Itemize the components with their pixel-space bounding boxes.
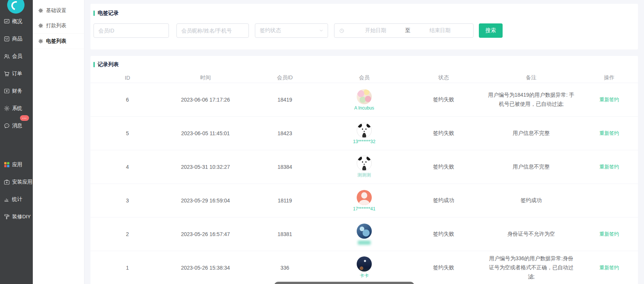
member-name-link[interactable]: 17*******41 [353,206,375,211]
cell-time: 2023-05-31 10:32:27 [164,164,247,170]
sidebar-item-label: 安装应用 [12,179,32,185]
gear-icon [38,8,43,13]
cell-member-id: 18119 [247,198,323,204]
cell-id: 5 [90,130,164,136]
cell-status: 签约失败 [405,231,482,238]
resign-action-link[interactable]: 重新签约 [600,265,619,270]
sidebar-item-label: 商品 [12,36,22,42]
cell-member-id: 18381 [247,231,323,237]
sidebar-item-goods[interactable]: 商品 [0,30,33,48]
member-name-link[interactable]: 13*******32 [353,139,375,144]
sidebar-app-group: 应用安装应用统计装修DIY [0,156,33,225]
table-row: 52023-06-05 11:45:011842313*******32签约失败… [90,117,638,150]
submenu-item-label: 基础设置 [46,7,66,14]
title-accent-bar [94,62,95,67]
sidebar-item-label: 财务 [12,88,22,94]
orders-icon [3,70,10,77]
main-sidebar: 概况商品会员订单财务系统消息... 应用安装应用统计装修DIY [0,0,33,284]
member-id-input[interactable] [94,23,169,38]
sidebar-item-label: 应用 [12,161,22,168]
submenu-item-label: 电签列表 [46,38,66,45]
column-header: 会员 [323,74,405,81]
member-avatar [357,89,372,104]
main-content: 电签记录 签约状态 开始日期 至 结束日期 搜索 记录列表 ID时间会员ID会员… [84,0,644,284]
sidebar-item-label: 消息 [12,122,22,129]
submenu-item-esign-list[interactable]: 电签列表 [33,34,84,49]
sidebar-item-label: 装修DIY [12,213,31,220]
start-date-placeholder[interactable]: 开始日期 [347,27,405,34]
search-button[interactable]: 搜索 [479,23,503,38]
member-name-link[interactable]: 测测测 [357,172,371,178]
column-header: ID [90,75,164,81]
resign-action-link[interactable]: 重新签约 [600,130,619,136]
table-row: 22023-05-26 16:57:4718381签约失败身份证号不允许为空重新… [90,218,638,251]
sidebar-item-orders[interactable]: 订单 [0,65,33,82]
sidebar-main-group: 概况商品会员订单财务系统消息... [0,13,33,134]
cell-member-id: 18423 [247,130,323,136]
cell-id: 3 [90,198,164,204]
column-header: 备注 [482,74,580,81]
cell-member: 17*******41 [323,190,405,211]
member-avatar [357,190,372,205]
date-separator: 至 [405,27,411,34]
cell-action: 重新签约 [581,264,638,271]
cell-status: 签约失败 [405,130,482,137]
cell-status: 签约失败 [405,96,482,103]
column-header: 会员ID [247,74,323,81]
sidebar-item-overview[interactable]: 概况 [0,13,33,30]
sidebar-item-diy[interactable]: 装修DIY [0,208,33,225]
cell-member: 测测测 [323,156,405,178]
table-header-row: ID时间会员ID会员状态备注操作 [90,73,638,83]
sidebar-item-install-app[interactable]: 安装应用 [0,173,33,191]
sign-status-select[interactable]: 签约状态 [255,23,328,38]
submenu-item-payment-list[interactable]: 打款列表 [33,18,84,34]
resign-action-link[interactable]: 重新签约 [600,97,619,102]
cell-time: 2023-05-26 16:57:47 [164,231,247,237]
records-title-text: 记录列表 [98,61,119,68]
filter-section-title: 电签记录 [94,10,635,17]
member-name-link[interactable]: A Incubus [354,105,374,111]
cell-id: 6 [90,97,164,103]
end-date-placeholder[interactable]: 结束日期 [411,27,469,34]
resign-action-link[interactable]: 重新签约 [600,164,619,170]
system-icon [3,105,10,112]
cell-action: 重新签约 [581,130,638,137]
sidebar-item-members[interactable]: 会员 [0,48,33,65]
records-section-title: 记录列表 [90,61,638,68]
sidebar-item-apps[interactable]: 应用 [0,156,33,173]
cell-remark: 用户编号为18419的用户数据异常: 手机号已被使用，已自动过滤; [482,91,580,109]
install-app-icon [3,179,10,185]
message-icon [3,122,10,129]
date-range-picker[interactable]: 开始日期 至 结束日期 [334,23,474,38]
cell-member [323,224,405,245]
cell-member: 13*******32 [323,123,405,144]
column-header: 操作 [581,74,638,81]
cell-remark: 用户信息不完整 [482,129,580,138]
column-header: 状态 [405,74,482,81]
clock-icon [339,28,345,34]
app-logo[interactable] [7,0,25,14]
sidebar-item-label: 概况 [12,18,22,25]
resign-action-link[interactable]: 重新签约 [600,231,619,237]
cell-time: 2023-05-26 15:38:34 [164,265,247,271]
sidebar-item-messages[interactable]: 消息... [0,117,33,134]
sidebar-item-system[interactable]: 系统 [0,100,33,117]
member-name-input[interactable] [176,23,249,38]
cell-action: 重新签约 [581,164,638,170]
sidebar-item-stats[interactable]: 统计 [0,191,33,208]
cell-id: 4 [90,164,164,170]
records-card: 记录列表 ID时间会员ID会员状态备注操作 62023-06-06 17:17:… [90,56,638,284]
cell-action: 重新签约 [581,96,638,103]
submenu-item-basic-settings[interactable]: 基础设置 [33,3,84,18]
submenu-panel: 基础设置打款列表电签列表 [33,0,84,284]
apps-icon [3,161,10,168]
member-name-link[interactable]: 卡卡 [360,273,369,279]
member-avatar [357,123,372,138]
filter-controls: 签约状态 开始日期 至 结束日期 搜索 [94,23,635,38]
member-name-blurred[interactable] [358,241,371,245]
table-row: 32023-05-29 16:59:041811917*******41签约成功… [90,184,638,218]
gear-icon [38,23,43,28]
sidebar-item-finance[interactable]: 财务 [0,82,33,100]
cell-member-id: 18384 [247,164,323,170]
bottom-overlay-pill [274,282,414,284]
